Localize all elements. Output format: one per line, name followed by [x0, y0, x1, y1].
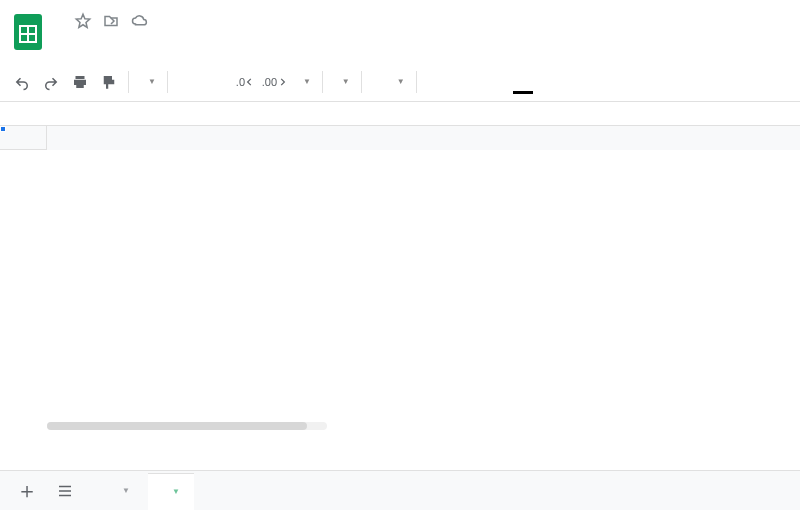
formula-bar[interactable]	[0, 102, 800, 126]
selection-handle[interactable]	[0, 126, 6, 132]
cloud-status-icon[interactable]	[130, 12, 150, 30]
menu-addons[interactable]	[182, 44, 198, 52]
font-select[interactable]: ▼	[328, 68, 356, 96]
separator	[416, 71, 417, 93]
text-color-button[interactable]	[509, 68, 537, 96]
svg-rect-4	[59, 485, 71, 487]
toolbar: ▼ .0 .00 ▼ ▼ ▼	[0, 62, 800, 102]
star-icon[interactable]	[74, 12, 92, 30]
add-sheet-button[interactable]: ＋	[10, 476, 44, 506]
app-header	[0, 0, 800, 62]
undo-icon[interactable]	[8, 68, 36, 96]
currency-button[interactable]	[173, 68, 201, 96]
menu-bar	[56, 34, 790, 62]
strikethrough-button[interactable]	[480, 68, 508, 96]
italic-button[interactable]	[451, 68, 479, 96]
print-icon[interactable]	[66, 68, 94, 96]
sheets-logo[interactable]	[10, 8, 46, 56]
separator	[322, 71, 323, 93]
menu-format[interactable]	[128, 44, 144, 52]
doc-title[interactable]	[56, 19, 64, 23]
separator	[361, 71, 362, 93]
sheet-tab-bar: ＋ ▼ ▼	[0, 470, 800, 510]
redo-icon[interactable]	[37, 68, 65, 96]
menu-file[interactable]	[56, 44, 72, 52]
menu-view[interactable]	[92, 44, 108, 52]
separator	[128, 71, 129, 93]
menu-help[interactable]	[200, 44, 216, 52]
menu-insert[interactable]	[110, 44, 126, 52]
number-format-select[interactable]: ▼	[289, 68, 317, 96]
horizontal-scrollbar[interactable]	[47, 422, 327, 430]
decrease-decimal-button[interactable]: .0	[231, 68, 259, 96]
svg-rect-5	[59, 490, 71, 492]
zoom-select[interactable]: ▼	[134, 68, 162, 96]
tab-sheet2-active[interactable]: ▼	[148, 473, 194, 511]
move-icon[interactable]	[102, 12, 120, 30]
menu-edit[interactable]	[74, 44, 90, 52]
menu-data[interactable]	[146, 44, 162, 52]
spreadsheet-grid[interactable]	[0, 126, 800, 432]
select-all-corner[interactable]	[0, 126, 47, 150]
paint-format-icon[interactable]	[95, 68, 123, 96]
svg-rect-6	[59, 494, 71, 496]
font-size-select[interactable]: ▼	[367, 68, 411, 96]
menu-tools[interactable]	[164, 44, 180, 52]
percent-button[interactable]	[202, 68, 230, 96]
column-headers	[47, 126, 800, 150]
bold-button[interactable]	[422, 68, 450, 96]
separator	[167, 71, 168, 93]
all-sheets-button[interactable]	[48, 476, 82, 506]
tab-sheet1[interactable]: ▼	[98, 472, 144, 510]
increase-decimal-button[interactable]: .00	[260, 68, 288, 96]
